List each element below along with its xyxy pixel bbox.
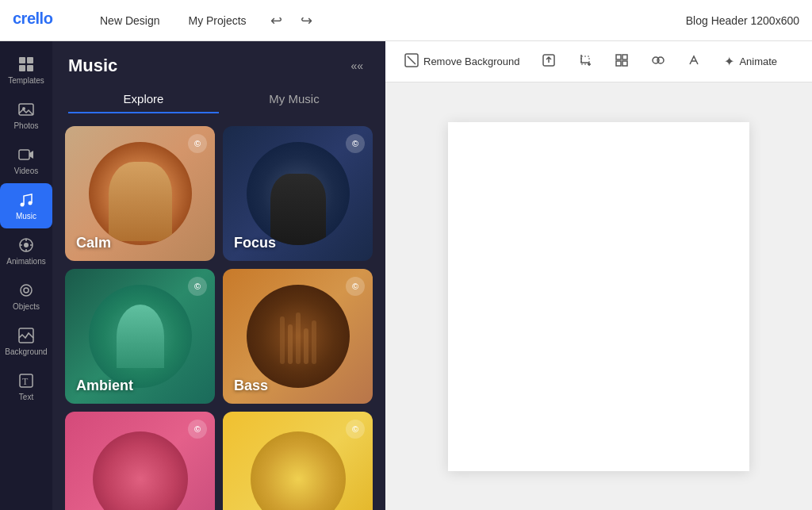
animations-label: Animations bbox=[6, 257, 45, 266]
upload-icon bbox=[542, 53, 556, 71]
crello-badge-bottom2: © bbox=[346, 420, 365, 439]
animate-button[interactable]: ✦ Animate bbox=[718, 51, 783, 72]
music-panel: Music «« Explore My Music © Calm bbox=[52, 41, 385, 510]
music-icon bbox=[17, 191, 35, 209]
videos-icon bbox=[17, 146, 35, 163]
card-label-bass: Bass bbox=[234, 378, 268, 394]
remove-background-label: Remove Background bbox=[423, 56, 519, 67]
svg-rect-22 bbox=[622, 55, 627, 59]
crop-icon bbox=[578, 53, 592, 71]
sidebar-item-text[interactable]: T Text bbox=[0, 364, 52, 409]
toolbar: Remove Background bbox=[385, 41, 812, 82]
project-title: Blog Header 1200x600 bbox=[686, 14, 799, 27]
crello-badge-ambient: © bbox=[188, 277, 207, 296]
card-label-focus: Focus bbox=[234, 235, 276, 251]
crello-badge-bottom1: © bbox=[188, 420, 207, 439]
text-icon: T bbox=[17, 372, 35, 389]
panel-header: Music «« bbox=[52, 41, 385, 86]
text-label: Text bbox=[19, 393, 33, 401]
nav-icons: ↩ ↪ bbox=[264, 8, 320, 33]
svg-rect-24 bbox=[622, 61, 627, 66]
sidebar-item-videos[interactable]: Videos bbox=[0, 138, 52, 183]
main-area: Templates Photos Videos bbox=[0, 41, 812, 510]
music-card-ambient[interactable]: © Ambient bbox=[65, 269, 215, 404]
panel-title: Music bbox=[68, 56, 117, 76]
music-card-focus[interactable]: © Focus bbox=[223, 126, 373, 261]
collapse-button[interactable]: «« bbox=[344, 56, 370, 75]
svg-rect-1 bbox=[19, 57, 25, 63]
svg-point-26 bbox=[657, 57, 664, 63]
svg-text:T: T bbox=[22, 376, 29, 387]
background-label: Background bbox=[5, 347, 47, 356]
my-projects-link[interactable]: My Projects bbox=[177, 10, 257, 32]
panel-tabs: Explore My Music bbox=[52, 86, 385, 113]
sidebar-item-music[interactable]: Music bbox=[0, 183, 52, 228]
svg-point-12 bbox=[21, 285, 32, 296]
sidebar-item-background[interactable]: Background bbox=[0, 319, 52, 364]
objects-label: Objects bbox=[13, 302, 40, 311]
new-design-link[interactable]: New Design bbox=[89, 10, 170, 32]
remove-background-button[interactable]: Remove Background bbox=[398, 50, 526, 74]
crello-badge-bass: © bbox=[346, 277, 365, 296]
animate-icon: ✦ bbox=[724, 54, 734, 69]
text-style-icon bbox=[688, 53, 702, 71]
remove-bg-icon bbox=[404, 53, 419, 71]
objects-icon bbox=[17, 282, 35, 299]
svg-rect-7 bbox=[19, 150, 29, 159]
logo-text: crello bbox=[13, 10, 70, 32]
svg-point-9 bbox=[29, 201, 33, 205]
svg-rect-3 bbox=[19, 65, 25, 71]
music-card-bottom1[interactable]: © bbox=[65, 412, 215, 510]
sidebar-item-photos[interactable]: Photos bbox=[0, 93, 52, 138]
crello-badge-focus: © bbox=[346, 134, 365, 153]
videos-label: Videos bbox=[14, 167, 38, 175]
canvas-container[interactable] bbox=[385, 82, 812, 510]
sidebar-item-animations[interactable]: Animations bbox=[0, 228, 52, 274]
photos-label: Photos bbox=[13, 121, 38, 130]
grid-button[interactable] bbox=[608, 50, 635, 74]
templates-icon bbox=[17, 56, 35, 73]
templates-label: Templates bbox=[8, 76, 44, 85]
svg-rect-4 bbox=[27, 65, 33, 71]
svg-point-11 bbox=[24, 243, 29, 247]
sidebar-icons: Templates Photos Videos bbox=[0, 41, 52, 510]
svg-text:crello: crello bbox=[13, 10, 53, 27]
redo-button[interactable]: ↪ bbox=[294, 8, 320, 33]
top-nav: crello New Design My Projects ↩ ↪ Blog H… bbox=[0, 0, 812, 41]
tab-my-music[interactable]: My Music bbox=[219, 86, 370, 113]
card-label-ambient: Ambient bbox=[76, 378, 133, 394]
upload-button[interactable] bbox=[535, 50, 562, 74]
svg-line-18 bbox=[408, 56, 416, 64]
crello-badge-calm: © bbox=[188, 134, 207, 153]
background-icon bbox=[17, 327, 35, 344]
music-label: Music bbox=[16, 212, 36, 220]
tab-explore[interactable]: Explore bbox=[68, 86, 219, 113]
svg-point-8 bbox=[21, 203, 25, 207]
effect-button[interactable] bbox=[645, 50, 672, 74]
music-grid: © Calm © Focus bbox=[52, 126, 385, 510]
svg-rect-2 bbox=[27, 57, 33, 63]
effect-icon bbox=[651, 53, 665, 71]
svg-point-13 bbox=[24, 288, 29, 293]
card-label-calm: Calm bbox=[76, 235, 111, 251]
crop-button[interactable] bbox=[572, 50, 599, 74]
grid-icon bbox=[615, 53, 629, 71]
music-card-bottom2[interactable]: © bbox=[223, 412, 373, 510]
svg-rect-21 bbox=[616, 55, 621, 59]
logo[interactable]: crello bbox=[13, 10, 70, 32]
undo-button[interactable]: ↩ bbox=[264, 8, 289, 33]
text-style-button[interactable] bbox=[681, 50, 708, 74]
music-card-bass[interactable]: © Bass bbox=[223, 269, 373, 404]
canvas-white bbox=[448, 122, 749, 471]
sidebar-item-templates[interactable]: Templates bbox=[0, 48, 52, 93]
photos-icon bbox=[17, 101, 35, 118]
music-card-calm[interactable]: © Calm bbox=[65, 126, 215, 261]
svg-rect-23 bbox=[616, 61, 621, 66]
canvas-area: Remove Background bbox=[385, 41, 812, 510]
animate-label: Animate bbox=[739, 56, 777, 67]
animations-icon bbox=[17, 236, 35, 254]
nav-links: New Design My Projects bbox=[89, 10, 258, 32]
sidebar-item-objects[interactable]: Objects bbox=[0, 274, 52, 319]
